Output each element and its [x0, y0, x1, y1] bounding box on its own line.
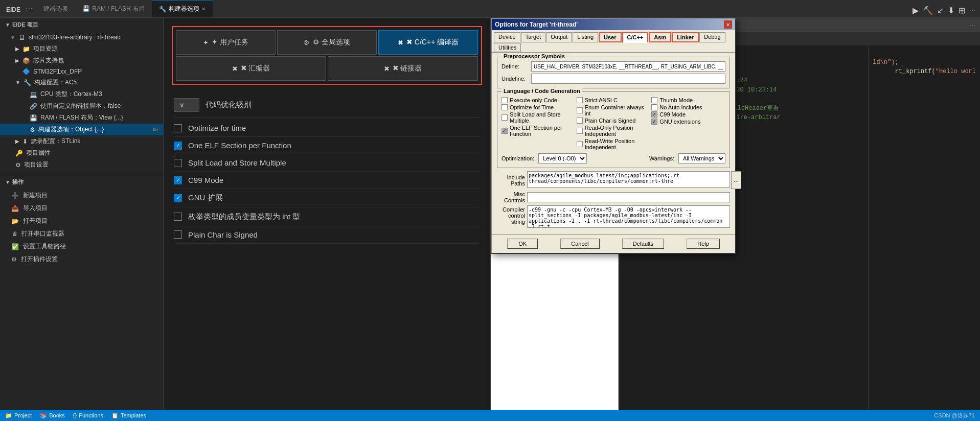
rt-more-icon[interactable]: ··· [968, 20, 977, 30]
dlg-cb-split-box[interactable] [502, 114, 508, 121]
dlg-cb-split[interactable]: Split Load and Store Multiple [502, 111, 576, 124]
tab-ram-flash[interactable]: 💾 RAM / FLASH 布局 [75, 0, 152, 17]
include-paths-input[interactable]: packages/agile_modbus-latest/inc;applica… [527, 171, 730, 188]
dlg-cb-c99[interactable]: ✓ C99 Mode [651, 111, 725, 118]
dlg-cb-enum-cont[interactable]: Enum Container always int [577, 104, 651, 116]
cb-plain-char[interactable]: Plain Char is Signed [174, 226, 480, 244]
action-import[interactable]: 📥 导入项目 [0, 202, 163, 215]
dlg-cb-enum-cont-box[interactable] [577, 107, 583, 113]
dlg-cb-plain-box[interactable] [577, 118, 583, 124]
dlg-cb-execute-box[interactable] [502, 97, 508, 103]
dlg-cb-opt-time-box[interactable] [502, 104, 508, 110]
tab-linker[interactable]: ✖ ✖ 链接器 [328, 56, 478, 81]
sidebar-item-builder-options[interactable]: ⚙ 构建器选项：Object {...} ✏ [0, 124, 163, 135]
tab-builder-options[interactable]: 🔧 构建器选项 ✕ [152, 0, 213, 17]
dlg-cb-thumb-box[interactable] [651, 97, 657, 103]
toolbar-download-icon[interactable]: ⬇ [948, 6, 954, 15]
status-books[interactable]: 📚 Books [40, 412, 65, 419]
cb-split-load-box[interactable] [174, 159, 182, 167]
cb-split-load[interactable]: Split Load and Store Multiple [174, 154, 480, 172]
dialog-tab-target[interactable]: Target [521, 32, 546, 42]
dialog-tab-user[interactable]: User [599, 32, 621, 42]
dlg-cb-gnu-ext-box[interactable]: ✓ [651, 119, 657, 125]
dlg-cb-elf[interactable]: ✓ One ELF Section per Function [502, 125, 576, 137]
dialog-titlebar[interactable]: Options for Target 'rt-thread' ✕ [492, 19, 735, 30]
tab-global-options[interactable]: ⚙ ⚙ 全局选项 [277, 30, 377, 55]
dialog-tab-device[interactable]: Device [494, 32, 520, 42]
dlg-cb-ropi-box[interactable] [577, 128, 583, 134]
cb-c99[interactable]: ✓ C99 Mode [174, 172, 480, 189]
dialog-tab-linker[interactable]: Linker [672, 32, 699, 42]
dlg-opt-select[interactable]: Level 0 (-O0) [538, 153, 587, 163]
cb-gnu-box[interactable]: ✓ [174, 194, 182, 202]
tab-user-task[interactable]: ✦ ✦ 用户任务 [176, 30, 276, 55]
dlg-cb-c99-box[interactable]: ✓ [651, 111, 657, 118]
dialog-cancel-button[interactable]: Cancel [560, 239, 599, 249]
dlg-cb-strict-box[interactable] [577, 97, 583, 103]
sidebar-item-chip[interactable]: ▶ 📦 芯片支持包 [0, 55, 163, 66]
sidebar-eide-title[interactable]: ▼ EIDE 项目 [0, 18, 163, 32]
sidebar-item-flash[interactable]: ▶ ⬇ 烧录配置：STLink [0, 135, 163, 147]
dlg-cb-thumb[interactable]: Thumb Mode [651, 97, 725, 103]
action-plugin[interactable]: ⚙ 打开插件设置 [0, 253, 163, 266]
dlg-cb-rwpi[interactable]: Read-Write Position Independent [577, 138, 651, 150]
status-templates[interactable]: 📋 Templates [111, 412, 146, 419]
dialog-tab-output[interactable]: Output [546, 32, 572, 42]
options-dialog[interactable]: Options for Target 'rt-thread' ✕ Device … [491, 18, 736, 254]
dialog-close-button[interactable]: ✕ [724, 20, 732, 29]
toolbar-run-icon[interactable]: ▶ [913, 6, 919, 15]
sidebar-item-ram[interactable]: 💾 RAM / FLASH 布局：View {...} [0, 112, 163, 124]
status-functions[interactable]: {} Functions [73, 412, 103, 418]
dlg-cb-plain[interactable]: Plain Char is Signed [577, 118, 651, 124]
dialog-tab-listing[interactable]: Listing [573, 32, 598, 42]
sidebar-item-projprop[interactable]: 🔑 项目属性 [0, 147, 163, 159]
dlg-cb-strict[interactable]: Strict ANSI C [577, 97, 651, 103]
cb-plain-char-box[interactable] [174, 230, 182, 239]
cb-enum[interactable]: 枚举类型的成员变量类型为 int 型 [174, 207, 480, 226]
sidebar-item-build-config[interactable]: ▼ 🔧 构建配置：AC5 [0, 77, 163, 88]
misc-controls-input[interactable] [527, 192, 730, 202]
compiler-control-input[interactable]: -c99 -gnu -c -cpu Cortex-M3 -g -O0 -apcs… [527, 205, 730, 228]
optimization-dropdown[interactable]: ∨ [174, 98, 199, 112]
app-dots[interactable]: ··· [26, 4, 36, 17]
tab-builder-close[interactable]: ✕ [201, 6, 206, 12]
dlg-cb-execute[interactable]: Execute-only Code [502, 97, 576, 103]
tab-jianqixuanxiang[interactable]: 建器选项 [36, 0, 75, 17]
dialog-tab-asm[interactable]: Asm [649, 32, 671, 42]
toolbar-down-icon[interactable]: ↙ [937, 6, 944, 15]
define-input[interactable] [531, 61, 725, 72]
cb-one-elf[interactable]: ✓ One ELF Section per Function [174, 137, 480, 154]
sidebar-project-item[interactable]: ▼ 🖥 stm32f103-fire-arbitrary : rt-thread [0, 32, 163, 43]
tab-asm[interactable]: ✖ ✖ 汇编器 [176, 56, 326, 81]
dlg-cb-opt-time[interactable]: Optimize for Time [502, 104, 576, 110]
cb-enum-box[interactable] [174, 213, 182, 221]
dialog-tab-utilities[interactable]: Utilities [494, 43, 521, 52]
include-paths-browse-btn[interactable]: … [731, 171, 741, 189]
cb-c99-box[interactable]: ✓ [174, 176, 182, 184]
sidebar-item-projset[interactable]: ⚙ 项目设置 [0, 159, 163, 171]
cb-gnu[interactable]: ✓ GNU 扩展 [174, 189, 480, 207]
dlg-cb-elf-box[interactable]: ✓ [502, 128, 508, 134]
dialog-tab-cpp[interactable]: C/C++ [622, 32, 649, 43]
action-new[interactable]: ➕ 新建项目 [0, 189, 163, 202]
action-open[interactable]: 📂 打开项目 [0, 215, 163, 227]
tab-cpp-compiler[interactable]: ✖ ✖ C/C++ 编译器 [378, 30, 478, 55]
cb-optimize-time[interactable]: Optimize for time [174, 120, 480, 137]
dialog-defaults-button[interactable]: Defaults [622, 239, 664, 249]
dlg-cb-rwpi-box[interactable] [577, 141, 583, 147]
toolbar-grid-icon[interactable]: ⊞ [959, 6, 965, 15]
action-toolchain[interactable]: ✅ 设置工具链路径 [0, 240, 163, 253]
dlg-cb-no-auto[interactable]: No Auto Includes [651, 104, 725, 110]
dialog-help-button[interactable]: Help [687, 239, 720, 249]
dlg-warn-select[interactable]: All Warnings [678, 153, 725, 163]
dlg-cb-no-auto-box[interactable] [651, 104, 657, 110]
status-project[interactable]: 📁 Project [5, 412, 32, 419]
dialog-tab-debug[interactable]: Debug [699, 32, 725, 42]
undefine-input[interactable] [531, 74, 725, 84]
dialog-ok-button[interactable]: OK [507, 239, 538, 249]
sidebar-item-resources[interactable]: ▶ 📁 项目资源 [0, 43, 163, 55]
toolbar-more-icon[interactable]: ··· [969, 6, 976, 15]
cb-optimize-time-box[interactable] [174, 124, 182, 132]
action-serial[interactable]: 🖥 打开串口监视器 [0, 227, 163, 240]
actions-title[interactable]: ▼ 操作 [0, 175, 163, 189]
